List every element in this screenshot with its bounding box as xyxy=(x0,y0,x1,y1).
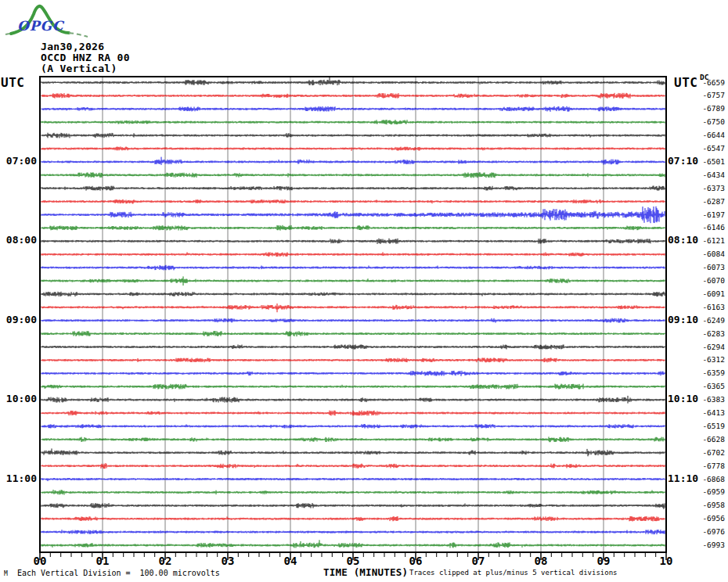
header-block: Jan30,2026 OCCD HNZ RA 00 (A Vertical) xyxy=(41,41,130,74)
dc-offset-value: -6547 xyxy=(686,144,725,153)
helicorder-plot xyxy=(39,76,667,564)
x-tick-label: 03 xyxy=(215,555,240,567)
dc-offset-value: -6070 xyxy=(686,276,725,285)
dc-offset-value: -6659 xyxy=(686,78,725,87)
dc-offset-value: -6359 xyxy=(686,368,725,377)
dc-offset-value: -6868 xyxy=(686,475,725,483)
dc-offset-value: -6644 xyxy=(686,131,725,139)
dc-offset-value: -6501 xyxy=(686,157,725,166)
left-time-label: 11:00 xyxy=(0,472,37,485)
left-time-label: 09:00 xyxy=(0,314,37,326)
dc-offset-value: -6993 xyxy=(686,541,725,549)
x-tick-label: 06 xyxy=(403,555,428,567)
dc-offset-value: -6312 xyxy=(686,355,725,364)
dc-offset-value: -6959 xyxy=(686,487,725,496)
dc-offset-value: -6283 xyxy=(686,329,725,338)
dc-offset-value: -6702 xyxy=(686,448,725,457)
dc-offset-value: -6365 xyxy=(686,382,725,390)
dc-offset-value: -6750 xyxy=(686,117,725,126)
header-date: Jan30,2026 xyxy=(41,41,130,52)
x-tick-label: 08 xyxy=(528,555,553,567)
dc-offset-value: -6628 xyxy=(686,435,725,444)
dc-offset-value: -6956 xyxy=(686,514,725,523)
dc-offset-value: -6958 xyxy=(686,501,725,509)
clipping-note: Traces clipped at plus/minus 5 vertical … xyxy=(409,569,618,577)
opgc-logo: OPGC xyxy=(5,2,89,41)
header-station: OCCD HNZ RA 00 xyxy=(41,52,130,63)
vertical-division-note: Each Vertical Division = 100.00 microvol… xyxy=(17,569,220,577)
left-time-label: 10:00 xyxy=(0,393,37,405)
x-tick-label: 02 xyxy=(153,555,178,567)
header-component: (A Vertical) xyxy=(41,63,130,74)
dc-offset-value: -6249 xyxy=(686,316,725,325)
logo-dash-right xyxy=(69,33,88,37)
dc-offset-value: -6789 xyxy=(686,104,725,113)
dc-offset-value: -6383 xyxy=(686,395,725,404)
dc-offset-value: -6778 xyxy=(686,462,725,470)
dc-offset-value: -6294 xyxy=(686,343,725,351)
logo-text: OPGC xyxy=(17,18,65,34)
helicorder-page: OPGC Jan30,2026 OCCD HNZ RA 00 (A Vertic… xyxy=(0,0,728,582)
x-tick-label: 05 xyxy=(341,555,366,567)
dc-offset-value: -6757 xyxy=(686,91,725,99)
x-tick-label: 10 xyxy=(654,555,679,567)
dc-offset-value: -6197 xyxy=(686,210,725,219)
x-axis-title: TIME (MINUTES) xyxy=(323,566,408,578)
left-time-label: 08:00 xyxy=(0,234,37,246)
dc-offset-value: -6976 xyxy=(686,527,725,536)
dc-offset-value: -6146 xyxy=(686,223,725,232)
dc-offset-value: -6413 xyxy=(686,408,725,417)
dc-offset-value: -6091 xyxy=(686,289,725,298)
x-tick-label: 01 xyxy=(90,555,115,567)
x-tick-label: 04 xyxy=(278,555,303,567)
left-time-label: 07:00 xyxy=(0,155,37,167)
x-tick-label: 07 xyxy=(466,555,491,567)
dc-offset-value: -6163 xyxy=(686,303,725,311)
dc-offset-value: -6084 xyxy=(686,250,725,258)
utc-label-left: UTC xyxy=(1,75,24,90)
corner-mark: M xyxy=(4,570,8,577)
dc-offset-value: -6434 xyxy=(686,171,725,179)
dc-offset-value: -6519 xyxy=(686,422,725,430)
dc-offset-value: -6121 xyxy=(686,236,725,245)
dc-offset-value: -6373 xyxy=(686,184,725,192)
dc-offset-value: -6073 xyxy=(686,263,725,271)
x-tick-label: 00 xyxy=(27,555,52,567)
x-tick-label: 09 xyxy=(591,555,616,567)
dc-offset-value: -6287 xyxy=(686,197,725,206)
